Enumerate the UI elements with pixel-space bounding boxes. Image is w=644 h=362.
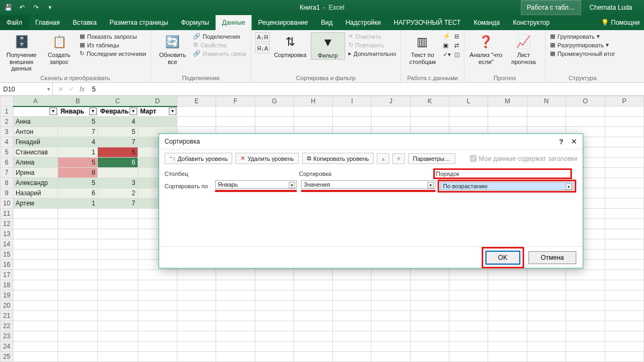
col-header-J[interactable]: J [371,96,410,107]
cell[interactable] [177,107,216,117]
cell[interactable]: 3 [98,178,138,188]
cell[interactable] [449,290,488,301]
cell[interactable] [605,229,644,239]
cell[interactable] [333,301,371,311]
cell[interactable] [449,301,488,311]
cell[interactable] [449,107,488,117]
cell[interactable] [255,311,294,321]
cell[interactable] [605,290,644,301]
cell[interactable] [410,107,449,117]
cell[interactable] [58,290,98,301]
cell[interactable]: 7 [98,137,138,147]
cell[interactable] [488,290,527,301]
cell[interactable] [98,168,138,178]
cell[interactable] [333,107,371,117]
cell[interactable] [294,290,333,301]
cell[interactable] [605,342,644,352]
cell[interactable] [58,352,98,362]
tab-addins[interactable]: Надстройки [339,15,388,30]
cell[interactable] [216,280,255,290]
cell[interactable] [216,321,255,331]
cell[interactable] [58,331,98,342]
cell[interactable] [605,147,644,158]
cell[interactable] [605,270,644,280]
cell[interactable] [177,352,216,362]
cell[interactable] [527,352,566,362]
cell[interactable] [449,342,488,352]
cell[interactable] [138,342,177,352]
cell[interactable] [566,342,605,352]
cell[interactable] [98,352,138,362]
cell[interactable] [566,280,605,290]
cell[interactable] [488,280,527,290]
cell[interactable] [255,321,294,331]
cell[interactable] [255,117,294,127]
cell[interactable] [410,301,449,311]
cell[interactable] [605,168,644,178]
cell[interactable] [410,270,449,280]
cell[interactable] [98,280,138,290]
row-header[interactable]: 5 [1,147,13,158]
cell[interactable] [98,209,138,219]
get-external-data-button[interactable]: 🗄️Получение внешних данных [4,32,39,72]
cell[interactable] [58,260,98,270]
cell[interactable] [255,280,294,290]
col-header-C[interactable]: C [98,96,138,107]
row-header[interactable]: 4 [1,137,13,147]
cell[interactable] [488,331,527,342]
options-button[interactable]: Параметры… [408,153,455,164]
cell[interactable] [605,280,644,290]
cell[interactable] [58,270,98,280]
cell[interactable]: Алина [13,158,58,168]
cell[interactable] [566,321,605,331]
cell[interactable] [566,270,605,280]
row-header[interactable]: 12 [1,219,13,229]
cell[interactable] [58,321,98,331]
cell[interactable] [527,107,566,117]
flash-fill-icon[interactable]: ⚡ [443,32,451,40]
cell[interactable] [605,311,644,321]
cell[interactable] [138,321,177,331]
cell[interactable] [294,280,333,290]
refresh-all-button[interactable]: 🔄Обновить все [155,32,190,65]
row-header[interactable]: 1 [1,107,13,117]
cell[interactable] [58,280,98,290]
cell[interactable]: 6 [58,188,98,198]
cell[interactable] [488,301,527,311]
cell[interactable] [216,342,255,352]
cell[interactable] [216,331,255,342]
cell[interactable] [488,117,527,127]
row-header[interactable]: 8 [1,178,13,188]
cell[interactable]: Анна [13,117,58,127]
cell[interactable] [98,321,138,331]
cell[interactable] [216,107,255,117]
cell[interactable] [294,117,333,127]
cell[interactable] [449,270,488,280]
cell[interactable] [566,290,605,301]
cell[interactable] [566,311,605,321]
cell[interactable] [255,301,294,311]
cell[interactable] [177,270,216,280]
cell[interactable] [527,301,566,311]
cell[interactable] [98,219,138,229]
cell[interactable] [605,117,644,127]
cell[interactable] [177,331,216,342]
cell[interactable]: 7 [98,198,138,209]
col-header-K[interactable]: K [410,96,449,107]
ok-button[interactable]: OK [485,251,520,265]
ungroup-button[interactable]: ▦ Разгруппировать ▾ [550,41,616,49]
cancel-button[interactable]: Отмена [528,251,576,264]
cell[interactable]: 5 [58,178,98,188]
cell[interactable] [605,198,644,209]
cell[interactable] [527,331,566,342]
cell[interactable] [13,311,58,321]
cell[interactable]: 5 [98,147,138,158]
close-icon[interactable]: ✕ [571,137,577,146]
cell[interactable] [488,321,527,331]
cell[interactable] [371,280,410,290]
cell[interactable] [177,290,216,301]
cell[interactable] [138,311,177,321]
select-all-corner[interactable] [1,96,13,107]
cell[interactable] [177,311,216,321]
cell[interactable]: 1 [58,147,98,158]
